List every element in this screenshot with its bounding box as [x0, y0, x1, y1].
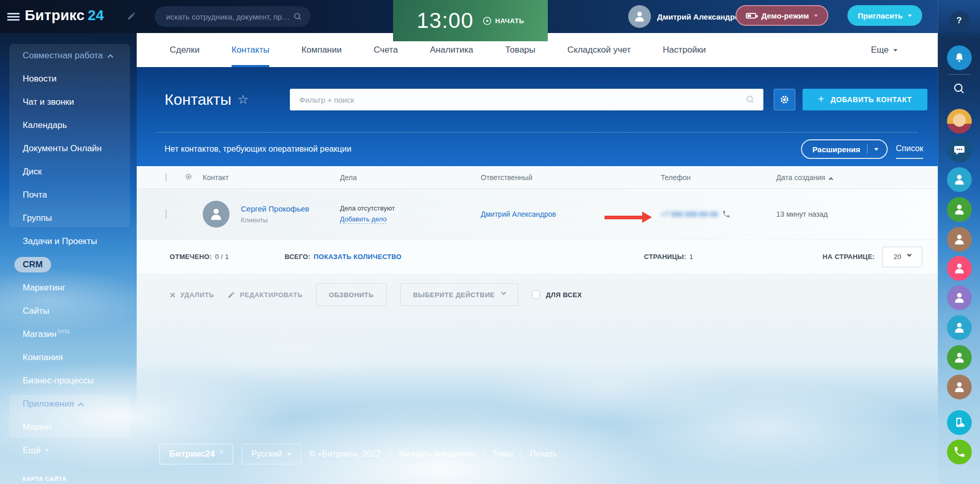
- app-logo[interactable]: Битрикс24: [25, 7, 104, 24]
- timer-start-button[interactable]: НАЧАТЬ: [483, 17, 524, 25]
- hamburger-menu-icon[interactable]: [7, 13, 20, 21]
- for-all-checkbox-group[interactable]: ДЛЯ ВСЕХ: [532, 291, 582, 299]
- help-button[interactable]: ?: [950, 11, 969, 30]
- sidebar-item-tasks-projects[interactable]: Задачи и Проекты: [0, 230, 137, 253]
- user-avatar[interactable]: [628, 5, 651, 28]
- contact-avatar[interactable]: [947, 345, 972, 370]
- assistant-avatar[interactable]: [947, 109, 972, 134]
- contact-avatar[interactable]: [947, 197, 972, 222]
- column-header-phone[interactable]: Телефон: [661, 173, 776, 182]
- tab-deals[interactable]: Сделки: [170, 33, 200, 67]
- phone-icon[interactable]: [722, 210, 730, 218]
- contact-table-row[interactable]: Сергей Прокофьев Клиенты Дела отсутствую…: [137, 189, 938, 239]
- column-header-responsible[interactable]: Ответственный: [481, 173, 661, 182]
- order-implementation-link[interactable]: Заказать внедрение: [398, 449, 475, 459]
- workday-timer[interactable]: 13:00 НАЧАТЬ: [393, 0, 548, 41]
- tab-settings[interactable]: Настройки: [663, 33, 706, 67]
- contact-avatar[interactable]: [947, 167, 972, 192]
- sidebar-item-news[interactable]: Новости: [0, 67, 137, 90]
- phone-icon: [953, 446, 966, 458]
- filter-search-input[interactable]: [290, 89, 763, 110]
- language-select[interactable]: Русский: [241, 444, 301, 464]
- global-search[interactable]: [155, 6, 311, 27]
- tab-more[interactable]: Еще: [871, 33, 897, 67]
- themes-link[interactable]: Темы: [492, 449, 513, 459]
- mobile-app-button[interactable]: [947, 410, 972, 435]
- x-icon: ×: [170, 290, 176, 300]
- copyright-text: © «Битрикс», 2022: [309, 449, 381, 459]
- invite-button[interactable]: Пригласить: [847, 5, 922, 26]
- tab-contacts-active[interactable]: Контакты: [232, 33, 269, 67]
- total-counter: ВСЕГО:ПОКАЗАТЬ КОЛИЧЕСТВО: [285, 253, 402, 261]
- sidebar-section-collaboration[interactable]: Совместная работа: [0, 44, 137, 67]
- sidebar-item-marketing[interactable]: Маркетинг: [0, 276, 137, 299]
- contact-avatar[interactable]: [947, 375, 972, 399]
- print-link[interactable]: Печать: [530, 449, 557, 459]
- add-contact-button[interactable]: +ДОБАВИТЬ КОНТАКТ: [803, 89, 927, 110]
- sitemap-link[interactable]: КАРТА САЙТА: [23, 476, 67, 482]
- sidebar-section-apps[interactable]: Приложения: [0, 392, 137, 415]
- per-page-control: НА СТРАНИЦЕ: 20: [823, 247, 922, 267]
- grid-settings-button[interactable]: [774, 89, 795, 110]
- global-search-input[interactable]: [165, 12, 293, 22]
- contact-avatar[interactable]: [947, 256, 972, 281]
- sidebar-item-company[interactable]: Компания: [0, 346, 137, 369]
- counter-notice: Нет контактов, требующих оперативной реа…: [165, 144, 351, 154]
- sidebar-item-mail[interactable]: Почта: [0, 183, 137, 206]
- contact-name-link[interactable]: Сергей Прокофьев: [241, 204, 309, 213]
- view-switch-list[interactable]: Список: [896, 144, 923, 159]
- sidebar-item-more[interactable]: Ещё: [0, 439, 137, 462]
- sidebar-item-crm-active[interactable]: CRM: [0, 253, 137, 276]
- sidebar-item-chat-calls[interactable]: Чат и звонки: [0, 90, 137, 114]
- responsible-link[interactable]: Дмитрий Александров: [481, 210, 556, 218]
- filter-search[interactable]: [290, 89, 763, 110]
- edit-logo-pencil-icon[interactable]: [127, 11, 136, 21]
- chevron-up-icon: [78, 402, 84, 408]
- call-all-button[interactable]: ОБЗВОНИТЬ: [316, 283, 387, 306]
- chat-button[interactable]: [947, 138, 972, 163]
- for-all-checkbox[interactable]: [532, 291, 540, 299]
- favorite-star-icon[interactable]: ☆: [238, 92, 249, 107]
- select-all-checkbox[interactable]: [166, 173, 167, 182]
- bulk-actions-bar: ×УДАЛИТЬ РЕДАКТИРОВАТЬ ОБЗВОНИТЬ ВЫБЕРИТ…: [137, 273, 938, 316]
- sidebar-item-store[interactable]: Магазинbeta: [0, 322, 137, 346]
- per-page-select[interactable]: 20: [882, 247, 922, 267]
- contact-avatar[interactable]: [947, 315, 972, 340]
- delete-button[interactable]: ×УДАЛИТЬ: [170, 290, 214, 300]
- bitrix24-footer-logo-button[interactable]: Битрикс24©: [159, 444, 233, 464]
- telephony-button[interactable]: [947, 440, 972, 464]
- show-count-link[interactable]: ПОКАЗАТЬ КОЛИЧЕСТВО: [314, 253, 401, 261]
- person-icon: [208, 206, 224, 222]
- notifications-bell-button[interactable]: [947, 45, 972, 70]
- notice-row: Нет контактов, требующих оперативной реа…: [137, 133, 938, 166]
- search-icon[interactable]: [746, 95, 755, 104]
- search-icon[interactable]: [293, 12, 302, 21]
- rail-search-button[interactable]: [950, 79, 969, 99]
- column-header-contact[interactable]: Контакт: [203, 173, 340, 182]
- phone-number-blurred[interactable]: +7 888 888-88-88: [661, 210, 718, 218]
- plus-icon: +: [818, 93, 824, 105]
- contact-avatar[interactable]: [947, 227, 972, 252]
- column-header-created-sort[interactable]: Дата создания: [776, 173, 938, 182]
- sidebar-item-business-processes[interactable]: Бизнес-процессы: [0, 369, 137, 392]
- sidebar-item-market[interactable]: Маркет: [0, 415, 137, 439]
- main-content: Сделки Контакты Компании Счета Аналитика…: [137, 33, 938, 484]
- row-checkbox[interactable]: [166, 209, 167, 219]
- add-activity-link[interactable]: Добавить дело: [340, 215, 386, 224]
- chevron-down-icon: [893, 49, 897, 52]
- column-header-activities[interactable]: Дела: [340, 173, 481, 182]
- tab-companies[interactable]: Компании: [301, 33, 341, 67]
- sidebar-item-drive[interactable]: Диск: [0, 160, 137, 183]
- sidebar-item-sites[interactable]: Сайты: [0, 299, 137, 322]
- contact-avatar[interactable]: [947, 285, 972, 310]
- extensions-button[interactable]: Расширения: [801, 139, 888, 159]
- contact-avatar[interactable]: [203, 201, 230, 228]
- column-settings-gear-icon[interactable]: [184, 172, 193, 181]
- tab-inventory[interactable]: Складской учет: [567, 33, 631, 67]
- sidebar-item-groups[interactable]: Группы: [0, 206, 137, 230]
- sidebar-item-documents-online[interactable]: Документы Онлайн: [0, 137, 137, 160]
- edit-button[interactable]: РЕДАКТИРОВАТЬ: [227, 291, 302, 299]
- choose-action-dropdown[interactable]: ВЫБЕРИТЕ ДЕЙСТВИЕ: [400, 283, 519, 306]
- sidebar-item-calendar[interactable]: Календарь: [0, 114, 137, 137]
- demo-mode-button[interactable]: Демо-режим: [736, 5, 828, 26]
